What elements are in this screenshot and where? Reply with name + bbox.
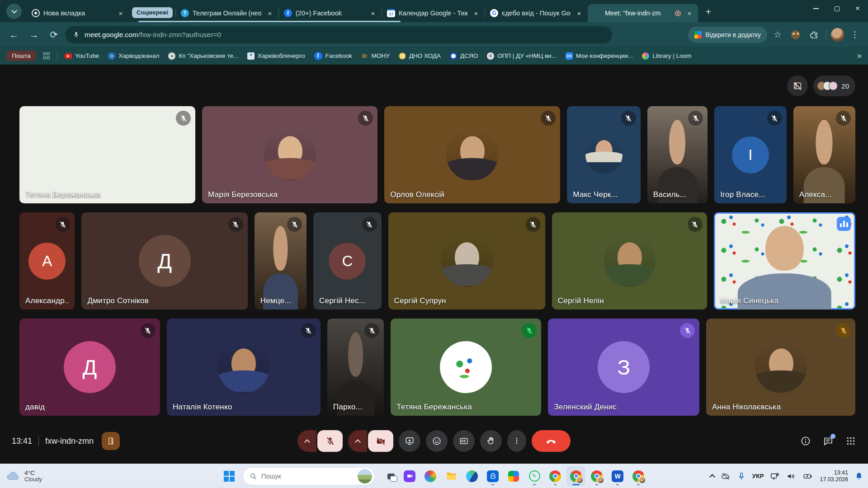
bookmark-star-button[interactable]: ☆ [770, 27, 785, 42]
captions-button[interactable] [453, 430, 475, 452]
browser-tab[interactable]: f(20+) Facebook× [278, 4, 382, 22]
open-in-app-button[interactable]: Відкрити в додатку [688, 27, 767, 43]
tab-close-button[interactable]: × [116, 8, 126, 18]
browser-tab[interactable]: Нова вкладка× [26, 4, 129, 22]
profile-avatar[interactable] [831, 28, 844, 42]
taskbar-clock[interactable]: 13:41 17.03.2026 [820, 469, 848, 483]
forward-button[interactable]: → [25, 26, 42, 43]
participant-tile[interactable]: Наталія Котенко [167, 319, 321, 416]
raise-hand-button[interactable] [480, 430, 502, 452]
bookmark-item[interactable]: zmМои конференции... [566, 52, 633, 60]
start-button[interactable] [220, 467, 238, 485]
browser-menu-button[interactable]: ⋮ [847, 27, 863, 42]
participant-tile[interactable]: Анна Ніколаєвська [706, 319, 855, 416]
tab-search-button[interactable] [6, 4, 22, 19]
participant-tile[interactable]: Д давід [19, 319, 160, 416]
participant-tile[interactable]: Алекса... [793, 106, 855, 203]
participant-tile[interactable]: Макс Черк... [567, 106, 640, 203]
search-input[interactable] [261, 473, 353, 480]
chat-button[interactable] [823, 436, 834, 446]
camera-toggle-button[interactable] [368, 430, 393, 452]
minimize-button[interactable] [806, 0, 826, 17]
cast-display-icon[interactable] [770, 471, 780, 481]
taskbar-app-file-explorer[interactable] [442, 466, 461, 486]
browser-tab[interactable]: ТТелеграм Онлайн (нео× [175, 4, 278, 22]
bookmarks-overflow-button[interactable]: » [857, 51, 862, 61]
tab-close-button[interactable]: × [574, 8, 584, 18]
effects-off-button[interactable] [787, 75, 808, 96]
participant-tile[interactable]: С Сергій Нес... [313, 212, 382, 310]
taskbar-app-chrome[interactable] [546, 466, 565, 486]
taskbar-app-google-meet[interactable] [504, 466, 523, 486]
maximize-button[interactable] [826, 0, 847, 17]
taskbar-app-word[interactable]: W [608, 466, 627, 486]
bookmark-item[interactable]: ≈Харводоканал [108, 52, 159, 60]
bookmark-poshta-chip[interactable]: Пошта [6, 51, 36, 61]
mic-options-button[interactable] [297, 430, 316, 452]
taskbar-app-chrome-profile-3[interactable] [629, 466, 648, 486]
activities-button[interactable] [845, 436, 856, 446]
participant-tile[interactable]: З Зеленский Денис [548, 319, 699, 416]
onedrive-offline-icon[interactable] [721, 471, 731, 481]
new-tab-button[interactable]: + [702, 5, 715, 19]
battery-charging-icon[interactable] [802, 471, 813, 481]
bookmark-item[interactable]: ©ОПП | ДУ «НМЦ ви... [487, 52, 557, 60]
tab-close-button[interactable]: × [471, 8, 481, 18]
hidden-icons-button[interactable] [709, 474, 715, 480]
bookmark-item[interactable]: O:МОНУ [361, 52, 390, 60]
language-indicator[interactable]: УКР [752, 473, 764, 479]
reload-button[interactable]: ⟳ [45, 26, 62, 43]
reactions-button[interactable] [426, 430, 448, 452]
tab-close-button[interactable]: × [265, 8, 275, 18]
address-bar[interactable]: meet.google.com/fxw-indn-zmn?authuser=0 [65, 26, 612, 43]
extensions-puzzle-button[interactable] [806, 27, 821, 42]
participant-tile[interactable]: Пархо... [327, 319, 384, 416]
participant-tile[interactable]: А Александр... [19, 212, 75, 310]
taskbar-app-edge[interactable] [462, 466, 481, 486]
mic-toggle-button[interactable] [317, 430, 343, 452]
participant-tile[interactable]: Немце... [255, 212, 307, 310]
tab-group-label[interactable]: Соцмережі [132, 7, 173, 18]
bookmark-item[interactable]: Library | Loom [642, 52, 691, 60]
weather-widget[interactable]: 4°C Cloudy [6, 469, 42, 483]
participant-tile[interactable]: Тетяна Бережанська [19, 106, 195, 203]
taskbar-app-task-view[interactable] [379, 466, 398, 486]
participant-tile[interactable]: І Ігор Власе... [714, 106, 786, 203]
taskbar-app-clipchamp[interactable] [400, 466, 419, 486]
end-call-button[interactable] [532, 430, 571, 452]
present-button[interactable] [399, 430, 420, 452]
taskbar-search[interactable] [243, 467, 375, 485]
browser-tab[interactable]: Meet: "fxw-indn-zm× [588, 4, 698, 22]
bookmark-item[interactable]: ДНО ХОДА [399, 52, 441, 60]
taskbar-app-copilot[interactable] [421, 466, 440, 486]
participant-tile[interactable]: Сергій Супрун [388, 212, 545, 310]
browser-tab[interactable]: 17Календар Google - Тиж× [382, 4, 485, 22]
taskbar-app-whatsapp[interactable] [525, 466, 544, 486]
participant-tile[interactable]: Тетяна Бережанська [391, 319, 541, 416]
volume-icon[interactable] [786, 471, 796, 481]
more-options-button[interactable] [507, 430, 526, 452]
participant-tile[interactable]: Сергій Нелін [552, 212, 707, 310]
close-button[interactable]: × [847, 0, 868, 17]
back-button[interactable]: ← [5, 26, 23, 43]
browser-tab[interactable]: Gєдебо вхід - Пошук Goo× [485, 4, 588, 22]
apps-grid-icon[interactable] [43, 52, 50, 59]
taskbar-app-chrome-profile-1[interactable] [566, 466, 585, 486]
owl-extension-icon[interactable] [788, 27, 803, 42]
participant-count-pill[interactable]: 20 [813, 75, 855, 96]
search-highlight-image[interactable] [358, 469, 372, 483]
mic-in-use-icon[interactable] [737, 472, 746, 481]
bookmark-item[interactable]: ●Кп "Харьковские те... [168, 52, 238, 60]
tab-close-button[interactable]: × [684, 8, 694, 18]
bookmark-item[interactable]: *Харківобленерго [247, 52, 305, 60]
participant-tile[interactable]: Марія Синецька [714, 212, 855, 310]
participant-tile[interactable]: Василь... [647, 106, 708, 203]
bookmark-item[interactable]: ▶YouTube [65, 52, 99, 59]
taskbar-app-chrome-profile-2[interactable] [587, 466, 606, 486]
bookmark-item[interactable]: ДСЯО [450, 52, 478, 60]
participant-tile[interactable]: Орлов Олексій [384, 106, 560, 203]
tab-close-button[interactable]: × [368, 8, 378, 18]
participant-tile[interactable]: Д Дмитро Сотніков [81, 212, 247, 310]
bookmark-item[interactable]: fFacebook [314, 52, 352, 60]
meeting-info-button[interactable] [800, 436, 811, 446]
